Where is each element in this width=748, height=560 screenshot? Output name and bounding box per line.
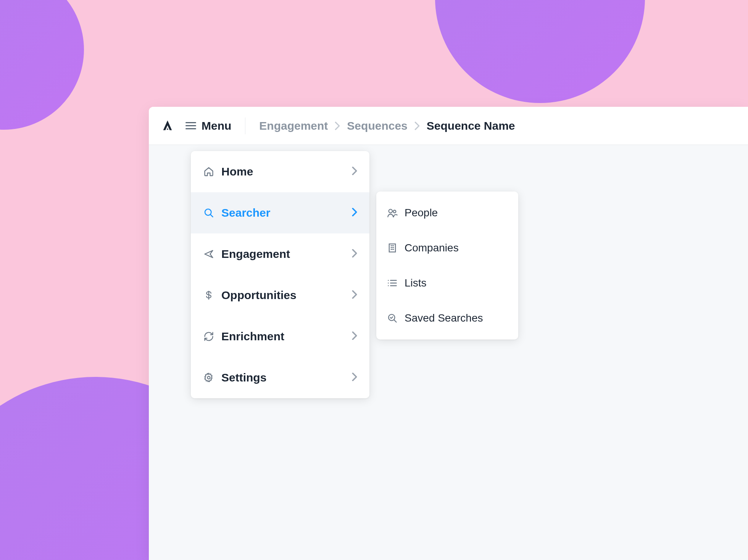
breadcrumb: Engagement Sequences Sequence Name <box>259 119 515 132</box>
chevron-right-icon <box>352 249 357 259</box>
building-icon <box>387 243 398 253</box>
divider <box>245 117 245 134</box>
send-icon <box>203 248 214 260</box>
menu-label: Menu <box>202 119 231 132</box>
decorative-circle <box>0 0 84 130</box>
search-icon <box>203 207 214 219</box>
home-icon <box>203 166 214 177</box>
menu-item-label: Settings <box>221 371 345 384</box>
people-icon <box>387 208 398 218</box>
submenu-item-saved-searches[interactable]: Saved Searches <box>376 301 518 336</box>
menu-item-label: Home <box>221 165 345 178</box>
decorative-circle <box>435 0 645 103</box>
menu-item-opportunities[interactable]: Opportunities <box>191 275 369 316</box>
top-bar: Menu Engagement Sequences Sequence Name <box>149 107 748 145</box>
app-window: Menu Engagement Sequences Sequence Name … <box>149 107 748 560</box>
svg-rect-4 <box>389 244 395 252</box>
submenu-item-label: Lists <box>405 277 427 289</box>
breadcrumb-item[interactable]: Sequences <box>347 119 407 132</box>
menu-item-label: Opportunities <box>221 289 345 302</box>
gear-icon <box>203 372 214 383</box>
refresh-icon <box>203 331 214 342</box>
chevron-right-icon <box>414 122 420 130</box>
menu-item-label: Searcher <box>221 206 345 219</box>
menu-item-searcher[interactable]: Searcher <box>191 192 369 233</box>
hamburger-icon <box>185 122 196 129</box>
submenu-item-label: Companies <box>405 242 459 254</box>
chevron-right-icon <box>352 208 357 218</box>
menu-item-label: Enrichment <box>221 330 345 343</box>
menu-toggle[interactable]: Menu <box>185 119 231 132</box>
submenu-item-people[interactable]: People <box>376 195 518 230</box>
svg-point-3 <box>393 210 396 213</box>
list-icon <box>387 278 398 288</box>
chevron-right-icon <box>352 331 357 341</box>
main-menu-dropdown: Home Searcher Engagement <box>191 151 369 398</box>
chevron-right-icon <box>352 373 357 383</box>
menu-item-enrichment[interactable]: Enrichment <box>191 316 369 357</box>
saved-search-icon <box>387 313 398 323</box>
svg-point-2 <box>389 209 392 213</box>
breadcrumb-item[interactable]: Engagement <box>259 119 328 132</box>
chevron-right-icon <box>352 290 357 300</box>
chevron-right-icon <box>352 167 357 177</box>
dollar-icon <box>203 290 214 301</box>
chevron-right-icon <box>335 122 340 130</box>
menu-item-settings[interactable]: Settings <box>191 357 369 398</box>
submenu-item-label: People <box>405 207 438 219</box>
svg-point-1 <box>208 377 210 379</box>
submenu-item-label: Saved Searches <box>405 312 483 324</box>
menu-item-label: Engagement <box>221 248 345 261</box>
breadcrumb-item-current: Sequence Name <box>427 119 515 132</box>
app-logo[interactable] <box>160 119 175 133</box>
searcher-submenu: People Companies Lists Saved Searches <box>376 191 518 340</box>
menu-item-engagement[interactable]: Engagement <box>191 233 369 275</box>
submenu-item-lists[interactable]: Lists <box>376 266 518 301</box>
menu-item-home[interactable]: Home <box>191 151 369 192</box>
submenu-item-companies[interactable]: Companies <box>376 230 518 266</box>
